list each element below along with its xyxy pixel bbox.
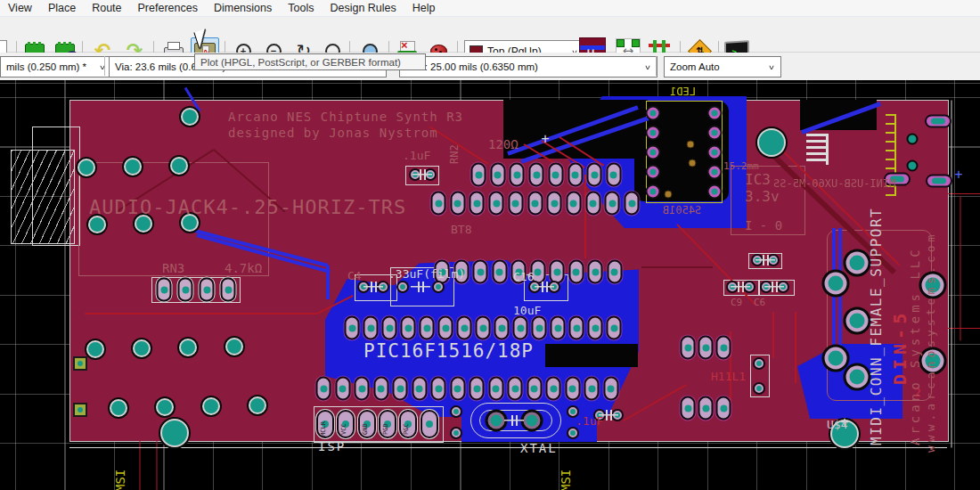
board-label: PGD: [383, 423, 389, 435]
pad: [716, 336, 731, 360]
capacitor-symbol: [412, 168, 432, 181]
board-label: 2: [914, 387, 921, 398]
pad: [607, 260, 622, 284]
pad: [698, 396, 714, 421]
pad: [709, 167, 721, 178]
tooltip: Plot (HPGL, PostScript, or GERBER format…: [194, 53, 426, 70]
pad: [492, 260, 507, 284]
pad: [490, 163, 505, 187]
pad: [396, 281, 409, 293]
pad: [584, 377, 600, 401]
pcb-editor-canvas[interactable]: +++Arcano NES Chiptune Synth R3designed …: [0, 80, 980, 490]
menu-dimensions[interactable]: Dimensions: [206, 2, 280, 14]
pad: [373, 377, 388, 401]
menu-place[interactable]: Place: [40, 2, 84, 14]
pad: [925, 115, 951, 128]
board-label: U$4: [827, 419, 847, 430]
pad: [488, 412, 505, 429]
pad: [508, 377, 523, 401]
pad: [606, 163, 621, 187]
board-label: RN2: [449, 144, 460, 164]
menu-view[interactable]: View: [0, 2, 40, 14]
pad: [133, 339, 151, 357]
pad: [825, 347, 847, 370]
cross-marker: +: [541, 131, 549, 147]
capacitor-symbol: [535, 281, 554, 293]
board-label: PIC16F1516/18P: [363, 342, 534, 361]
pad: [648, 108, 659, 119]
pad: [513, 316, 528, 340]
pad: [494, 316, 510, 340]
pad: [846, 310, 869, 332]
usb-connector-pins: [806, 134, 829, 165]
pad: [438, 316, 453, 340]
board-label: XTAL: [520, 442, 558, 454]
pad: [345, 316, 360, 340]
zoom-level-dropdown[interactable]: Zoom Auto ∨: [664, 56, 781, 78]
pad: [566, 192, 581, 216]
pad: [665, 191, 673, 199]
pad: [568, 260, 584, 284]
capacitor-symbol: [363, 281, 383, 293]
menu-bar: View Place Route Preferences Dimensions …: [0, 0, 980, 17]
pad: [202, 397, 220, 415]
pad: [569, 316, 584, 340]
pad: [431, 192, 446, 216]
board-label: 10uF: [513, 305, 541, 316]
board-label: DIN-5: [891, 309, 909, 385]
pad: [249, 396, 266, 414]
pad: [178, 278, 193, 302]
pad: [160, 419, 189, 447]
pad: [488, 377, 503, 401]
menu-tools[interactable]: Tools: [280, 2, 322, 14]
copper-trace: [641, 266, 713, 268]
chevron-down-icon: ∨: [644, 63, 651, 70]
track-width-dropdown[interactable]: mils (0.250 mm) * ∨: [0, 56, 112, 78]
pad: [648, 186, 659, 198]
board-label: .1uF: [403, 150, 430, 161]
board-label: IC3: [745, 173, 771, 187]
zoom-level-value: Zoom Auto: [670, 61, 720, 72]
pad: [648, 167, 659, 178]
pad: [532, 316, 547, 340]
toolbar-separator: [104, 56, 105, 76]
pad: [401, 316, 416, 340]
pad: [170, 157, 188, 175]
pad: [450, 405, 462, 418]
grid-size-dropdown[interactable]: Grid: 25.00 mils (0.6350 mm) ∨: [399, 56, 657, 78]
silkscreen-outline: [78, 162, 269, 276]
pad: [88, 216, 106, 233]
menu-route[interactable]: Route: [84, 2, 129, 14]
pad: [709, 108, 721, 119]
board-label: C9: [731, 298, 742, 307]
pad: [681, 396, 696, 421]
pad: [412, 377, 427, 401]
pad: [156, 398, 174, 416]
pad: [753, 382, 765, 395]
menu-design-rules[interactable]: Design Rules: [322, 2, 404, 14]
board-label: 120Ω: [488, 138, 519, 151]
pad: [471, 163, 486, 187]
pad: [382, 316, 397, 340]
menu-help[interactable]: Help: [404, 2, 444, 14]
pad: [648, 147, 659, 159]
pad: [548, 163, 563, 187]
board-label: MINI-USB-UX60-M5-SS: [773, 178, 895, 189]
pad: [489, 192, 504, 216]
pad: [225, 338, 243, 355]
copper-trace: [772, 312, 774, 358]
copper-trace: [947, 193, 980, 194]
pad: [753, 357, 765, 370]
pad: [907, 134, 919, 145]
pad: [588, 316, 603, 340]
pad: [179, 339, 197, 356]
pad: [110, 399, 127, 417]
board-label: MSI: [114, 470, 127, 490]
menu-preferences[interactable]: Preferences: [130, 2, 206, 14]
pad: [689, 159, 697, 167]
copper-trace: [795, 312, 796, 383]
pad: [508, 192, 523, 216]
pad: [648, 127, 659, 139]
pad: [431, 377, 446, 401]
cross-marker: +: [954, 167, 962, 183]
